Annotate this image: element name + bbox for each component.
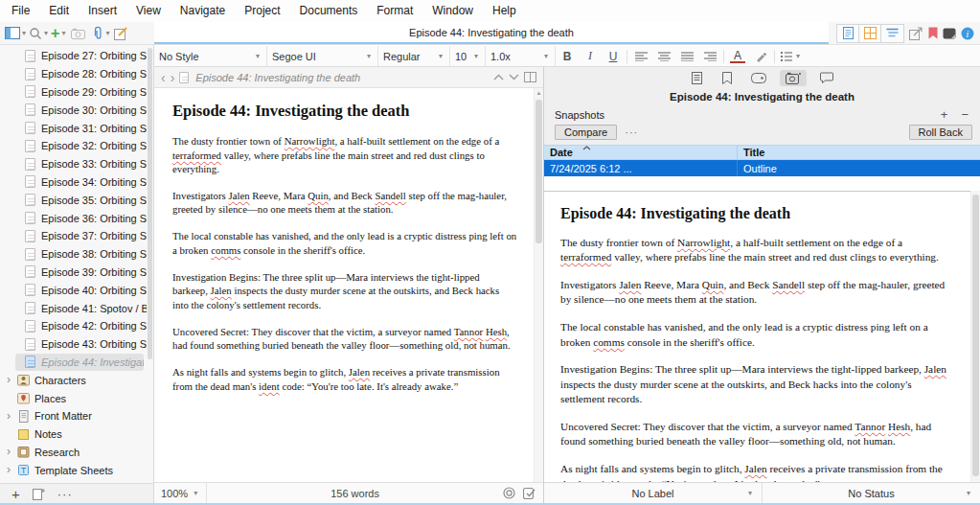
font-family-dropdown[interactable]: Segoe UI▾ xyxy=(267,46,378,67)
label-dropdown[interactable]: No Label ▾ xyxy=(544,483,762,503)
project-bookmark-button[interactable] xyxy=(928,27,938,39)
writing-target-button[interactable] xyxy=(503,487,515,499)
snapshot-remove-button[interactable]: − xyxy=(961,107,969,122)
add-item-button[interactable]: + ▾ xyxy=(51,27,67,40)
binder-item-document[interactable]: Episode 34: Orbiting Spoto... xyxy=(0,173,147,192)
menu-documents[interactable]: Documents xyxy=(290,0,368,22)
binder-item-document[interactable]: Episode 33: Orbiting Spoto... xyxy=(0,155,147,173)
tab-comments[interactable] xyxy=(814,70,839,85)
compose-mode-button[interactable] xyxy=(114,27,128,40)
binder-item-document[interactable]: Episode 41: Spotov / Burg ... xyxy=(0,299,147,317)
binder-item-document[interactable]: Episode 38: Orbiting Spoto... xyxy=(0,245,147,264)
highlight-button[interactable] xyxy=(749,51,772,62)
binder-item-document[interactable]: Episode 37: Orbiting Spoto... xyxy=(0,227,147,245)
binder-item-document[interactable]: Episode 32: Orbiting Spoto... xyxy=(0,137,147,155)
share-export-button[interactable] xyxy=(909,27,923,40)
focus-mode-button[interactable] xyxy=(943,28,956,39)
text-color-button[interactable]: A xyxy=(730,50,745,63)
binder-item-document[interactable]: Episode 27: Orbiting Spoto... xyxy=(0,47,147,65)
binder-item-characters[interactable]: ›Characters xyxy=(0,371,147,389)
binder-scrollbar-thumb[interactable] xyxy=(148,48,152,359)
column-header-title[interactable]: Title xyxy=(737,146,980,159)
binder-scrollbar[interactable] xyxy=(148,48,152,481)
search-button[interactable]: ▾ xyxy=(29,27,50,40)
nav-back-button[interactable]: ‹ xyxy=(161,69,166,86)
menu-view[interactable]: View xyxy=(126,0,171,22)
nav-forward-button[interactable]: › xyxy=(171,69,175,86)
binder-item-document[interactable]: Episode 35: Orbiting Spoto... xyxy=(0,191,147,209)
bold-button[interactable]: B xyxy=(556,50,579,63)
split-editor-button[interactable] xyxy=(524,72,536,82)
scrollbar-up-arrow[interactable]: ▴ xyxy=(535,88,543,98)
binder-item-document[interactable]: Episode 44: Investigating th... xyxy=(15,354,144,372)
next-document-button[interactable] xyxy=(509,74,519,80)
snapshots-more-button[interactable]: ··· xyxy=(625,126,638,138)
menu-navigate[interactable]: Navigate xyxy=(171,0,235,22)
binder-item-document[interactable]: Episode 29: Orbiting Spoto... xyxy=(0,83,147,102)
binder-item-document[interactable]: Episode 42: Orbiting Spotov xyxy=(0,317,147,335)
font-size-dropdown[interactable]: 10▾ xyxy=(450,46,486,67)
binder-item-document[interactable]: Episode 36: Orbiting Spoto... xyxy=(0,209,147,227)
preview-scrollbar-thumb[interactable] xyxy=(972,195,979,476)
snapshot-button-disabled[interactable] xyxy=(71,28,85,39)
align-left-button[interactable] xyxy=(629,52,652,61)
status-dropdown[interactable]: No Status ▾ xyxy=(762,483,980,503)
binder-item-document[interactable]: Episode 40: Orbiting Spotov xyxy=(0,281,147,299)
expand-chevron-icon[interactable]: › xyxy=(7,465,17,475)
bookmarks-button[interactable]: ▾ xyxy=(92,26,111,40)
align-center-button[interactable] xyxy=(652,52,675,61)
tab-notes[interactable] xyxy=(685,69,709,86)
binder-item-places[interactable]: Places xyxy=(0,389,147,407)
align-right-button[interactable] xyxy=(698,52,721,61)
binder-more-button[interactable]: ··· xyxy=(57,487,73,501)
expand-chevron-icon[interactable]: › xyxy=(7,375,17,385)
snapshot-row[interactable]: 7/24/2025 6:12 ...Outline xyxy=(544,160,980,176)
document-view-button[interactable] xyxy=(837,25,859,42)
snapshot-add-button[interactable]: + xyxy=(941,107,948,122)
expand-chevron-icon[interactable]: › xyxy=(7,411,17,422)
binder-item-document[interactable]: Episode 43: Orbiting Spoto... xyxy=(0,335,147,354)
binder-item-front-matter[interactable]: ›Front Matter xyxy=(0,407,147,425)
tab-snapshots[interactable] xyxy=(780,70,807,86)
outliner-view-button[interactable] xyxy=(881,25,903,42)
editor-scrollbar-thumb[interactable] xyxy=(536,100,542,243)
snapshot-preview[interactable]: Episode 44: Investigating the deathThe d… xyxy=(544,191,980,482)
editor-text-area[interactable]: Episode 44: Investigating the deathThe d… xyxy=(154,88,534,482)
binder-item-template-sheets[interactable]: ›TTemplate Sheets xyxy=(0,461,147,479)
menu-help[interactable]: Help xyxy=(483,0,526,22)
corkboard-view-button[interactable] xyxy=(859,25,881,42)
underline-button[interactable]: U xyxy=(602,50,625,63)
style-dropdown[interactable]: No Style▾ xyxy=(154,46,267,67)
menu-window[interactable]: Window xyxy=(422,0,483,22)
line-spacing-dropdown[interactable]: 1.0x▾ xyxy=(486,46,556,67)
binder-item-notes[interactable]: Notes xyxy=(0,425,147,444)
binder-add-document-button[interactable] xyxy=(33,487,45,500)
column-header-date[interactable]: Date xyxy=(544,147,737,158)
menu-edit[interactable]: Edit xyxy=(39,0,79,22)
binder-item-document[interactable]: Episode 31: Orbiting Spoto... xyxy=(0,119,147,137)
expand-chevron-icon[interactable]: › xyxy=(7,447,17,457)
binder-add-button[interactable]: + xyxy=(11,486,20,502)
inspector-toggle-button[interactable]: i xyxy=(961,27,974,40)
menu-project[interactable]: Project xyxy=(235,0,289,22)
tab-bookmarks[interactable] xyxy=(717,70,738,86)
list-format-button[interactable]: ▾ xyxy=(777,52,806,61)
italic-button[interactable]: I xyxy=(579,49,602,63)
menu-insert[interactable]: Insert xyxy=(79,0,126,22)
menu-format[interactable]: Format xyxy=(367,0,422,22)
previous-document-button[interactable] xyxy=(493,74,504,80)
editor-scrollbar[interactable]: ▴ xyxy=(534,88,543,482)
align-justify-button[interactable] xyxy=(675,52,698,61)
tab-metadata[interactable] xyxy=(745,71,772,85)
font-weight-dropdown[interactable]: Regular▾ xyxy=(378,46,450,67)
todo-check-button[interactable] xyxy=(523,487,536,499)
binder-item-document[interactable]: Episode 39: Orbiting Spoto... xyxy=(0,264,147,282)
compare-button[interactable]: Compare xyxy=(555,125,617,140)
binder-item-research[interactable]: ›Research xyxy=(0,444,147,462)
preview-scrollbar[interactable] xyxy=(970,191,980,482)
zoom-dropdown[interactable]: 100% ▾ xyxy=(154,483,207,503)
rollback-button[interactable]: Roll Back xyxy=(909,125,972,140)
binder-toggle-button[interactable]: ▾ xyxy=(5,27,28,40)
binder-item-document[interactable]: Episode 28: Orbiting Spoto... xyxy=(0,65,147,83)
binder-item-document[interactable]: Episode 30: Orbiting Spoto... xyxy=(0,101,147,119)
